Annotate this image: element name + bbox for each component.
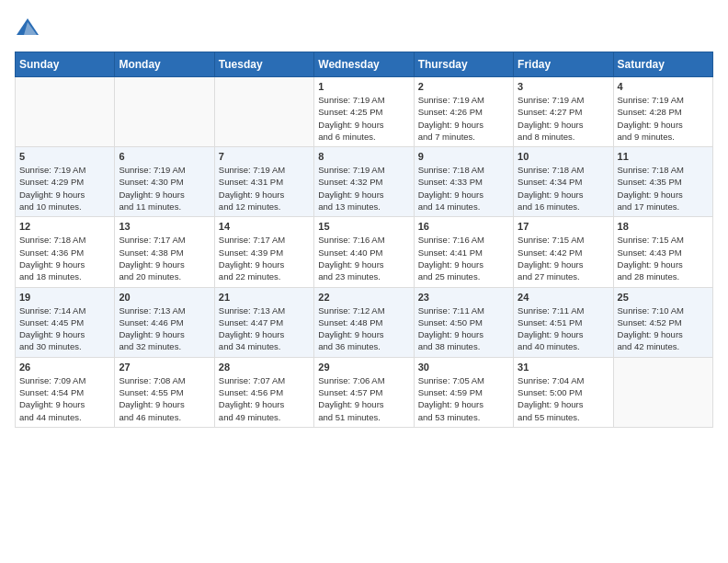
day-number: 18 [618,221,709,232]
calendar-cell: 13Sunrise: 7:17 AM Sunset: 4:38 PM Dayli… [115,217,214,287]
calendar-cell: 31Sunrise: 7:04 AM Sunset: 5:00 PM Dayli… [514,357,613,427]
calendar-cell: 2Sunrise: 7:19 AM Sunset: 4:26 PM Daylig… [414,77,513,147]
calendar-week-row: 26Sunrise: 7:09 AM Sunset: 4:54 PM Dayli… [16,357,713,427]
calendar-table: SundayMondayTuesdayWednesdayThursdayFrid… [15,52,713,428]
calendar-cell: 21Sunrise: 7:13 AM Sunset: 4:47 PM Dayli… [214,287,313,357]
calendar-day-header: Thursday [414,52,513,77]
calendar-cell: 5Sunrise: 7:19 AM Sunset: 4:29 PM Daylig… [16,147,115,217]
cell-content: Sunrise: 7:16 AM Sunset: 4:40 PM Dayligh… [318,234,409,282]
day-number: 25 [618,292,709,303]
calendar-cell: 10Sunrise: 7:18 AM Sunset: 4:34 PM Dayli… [514,147,613,217]
cell-content: Sunrise: 7:19 AM Sunset: 4:27 PM Dayligh… [518,94,609,143]
cell-content: Sunrise: 7:12 AM Sunset: 4:48 PM Dayligh… [318,304,409,353]
day-number: 2 [418,81,509,92]
calendar-cell: 22Sunrise: 7:12 AM Sunset: 4:48 PM Dayli… [314,287,414,357]
logo-icon [15,15,40,40]
cell-content: Sunrise: 7:19 AM Sunset: 4:30 PM Dayligh… [119,164,210,213]
calendar-week-row: 1Sunrise: 7:19 AM Sunset: 4:25 PM Daylig… [16,77,713,147]
calendar-day-header: Sunday [16,52,115,77]
calendar-cell [115,77,214,147]
day-number: 8 [318,151,409,162]
day-number: 21 [219,292,310,303]
cell-content: Sunrise: 7:05 AM Sunset: 4:59 PM Dayligh… [418,374,509,423]
calendar-day-header: Friday [514,52,613,77]
calendar-week-row: 19Sunrise: 7:14 AM Sunset: 4:45 PM Dayli… [16,287,713,357]
day-number: 5 [19,151,110,162]
day-number: 20 [119,292,210,303]
calendar-cell: 14Sunrise: 7:17 AM Sunset: 4:39 PM Dayli… [214,217,313,287]
calendar-cell: 23Sunrise: 7:11 AM Sunset: 4:50 PM Dayli… [414,287,513,357]
cell-content: Sunrise: 7:17 AM Sunset: 4:38 PM Dayligh… [119,234,210,282]
calendar-cell: 8Sunrise: 7:19 AM Sunset: 4:32 PM Daylig… [314,147,414,217]
page-header [15,15,713,40]
calendar-cell: 9Sunrise: 7:18 AM Sunset: 4:33 PM Daylig… [414,147,513,217]
day-number: 13 [119,221,210,232]
calendar-day-header: Tuesday [214,52,313,77]
day-number: 26 [19,362,110,373]
calendar-cell: 15Sunrise: 7:16 AM Sunset: 4:40 PM Dayli… [314,217,414,287]
cell-content: Sunrise: 7:04 AM Sunset: 5:00 PM Dayligh… [518,374,609,423]
calendar-cell: 1Sunrise: 7:19 AM Sunset: 4:25 PM Daylig… [314,77,414,147]
calendar-cell: 17Sunrise: 7:15 AM Sunset: 4:42 PM Dayli… [514,217,613,287]
calendar-cell: 24Sunrise: 7:11 AM Sunset: 4:51 PM Dayli… [514,287,613,357]
day-number: 11 [618,151,709,162]
calendar-cell: 18Sunrise: 7:15 AM Sunset: 4:43 PM Dayli… [613,217,712,287]
cell-content: Sunrise: 7:15 AM Sunset: 4:43 PM Dayligh… [618,234,709,282]
calendar-week-row: 12Sunrise: 7:18 AM Sunset: 4:36 PM Dayli… [16,217,713,287]
cell-content: Sunrise: 7:10 AM Sunset: 4:52 PM Dayligh… [618,304,709,353]
cell-content: Sunrise: 7:08 AM Sunset: 4:55 PM Dayligh… [119,374,210,423]
day-number: 14 [219,221,310,232]
calendar-cell [16,77,115,147]
cell-content: Sunrise: 7:18 AM Sunset: 4:33 PM Dayligh… [418,164,509,213]
calendar-cell: 6Sunrise: 7:19 AM Sunset: 4:30 PM Daylig… [115,147,214,217]
cell-content: Sunrise: 7:09 AM Sunset: 4:54 PM Dayligh… [19,374,110,423]
cell-content: Sunrise: 7:19 AM Sunset: 4:26 PM Dayligh… [418,94,509,143]
calendar-cell: 16Sunrise: 7:16 AM Sunset: 4:41 PM Dayli… [414,217,513,287]
cell-content: Sunrise: 7:06 AM Sunset: 4:57 PM Dayligh… [318,374,409,423]
cell-content: Sunrise: 7:18 AM Sunset: 4:36 PM Dayligh… [19,234,110,282]
cell-content: Sunrise: 7:14 AM Sunset: 4:45 PM Dayligh… [19,304,110,353]
calendar-cell: 3Sunrise: 7:19 AM Sunset: 4:27 PM Daylig… [514,77,613,147]
day-number: 10 [518,151,609,162]
day-number: 31 [518,362,609,373]
calendar-week-row: 5Sunrise: 7:19 AM Sunset: 4:29 PM Daylig… [16,147,713,217]
cell-content: Sunrise: 7:11 AM Sunset: 4:50 PM Dayligh… [418,304,509,353]
cell-content: Sunrise: 7:19 AM Sunset: 4:32 PM Dayligh… [318,164,409,213]
calendar-cell [613,357,712,427]
calendar-header-row: SundayMondayTuesdayWednesdayThursdayFrid… [16,52,713,77]
calendar-cell: 26Sunrise: 7:09 AM Sunset: 4:54 PM Dayli… [16,357,115,427]
calendar-cell: 4Sunrise: 7:19 AM Sunset: 4:28 PM Daylig… [613,77,712,147]
cell-content: Sunrise: 7:18 AM Sunset: 4:35 PM Dayligh… [618,164,709,213]
calendar-cell: 25Sunrise: 7:10 AM Sunset: 4:52 PM Dayli… [613,287,712,357]
day-number: 12 [19,221,110,232]
day-number: 23 [418,292,509,303]
calendar-day-header: Saturday [613,52,712,77]
calendar-day-header: Monday [115,52,214,77]
day-number: 6 [119,151,210,162]
cell-content: Sunrise: 7:11 AM Sunset: 4:51 PM Dayligh… [518,304,609,353]
day-number: 24 [518,292,609,303]
day-number: 15 [318,221,409,232]
day-number: 7 [219,151,310,162]
calendar-cell [214,77,313,147]
cell-content: Sunrise: 7:07 AM Sunset: 4:56 PM Dayligh… [219,374,310,423]
calendar-cell: 11Sunrise: 7:18 AM Sunset: 4:35 PM Dayli… [613,147,712,217]
day-number: 1 [318,81,409,92]
cell-content: Sunrise: 7:15 AM Sunset: 4:42 PM Dayligh… [518,234,609,282]
calendar-cell: 19Sunrise: 7:14 AM Sunset: 4:45 PM Dayli… [16,287,115,357]
cell-content: Sunrise: 7:16 AM Sunset: 4:41 PM Dayligh… [418,234,509,282]
cell-content: Sunrise: 7:19 AM Sunset: 4:25 PM Dayligh… [318,94,409,143]
cell-content: Sunrise: 7:19 AM Sunset: 4:28 PM Dayligh… [618,94,709,143]
day-number: 27 [119,362,210,373]
cell-content: Sunrise: 7:19 AM Sunset: 4:31 PM Dayligh… [219,164,310,213]
calendar-cell: 28Sunrise: 7:07 AM Sunset: 4:56 PM Dayli… [214,357,313,427]
calendar-cell: 29Sunrise: 7:06 AM Sunset: 4:57 PM Dayli… [314,357,414,427]
day-number: 9 [418,151,509,162]
day-number: 29 [318,362,409,373]
day-number: 3 [518,81,609,92]
cell-content: Sunrise: 7:19 AM Sunset: 4:29 PM Dayligh… [19,164,110,213]
calendar-cell: 30Sunrise: 7:05 AM Sunset: 4:59 PM Dayli… [414,357,513,427]
day-number: 4 [618,81,709,92]
day-number: 19 [19,292,110,303]
calendar-cell: 20Sunrise: 7:13 AM Sunset: 4:46 PM Dayli… [115,287,214,357]
